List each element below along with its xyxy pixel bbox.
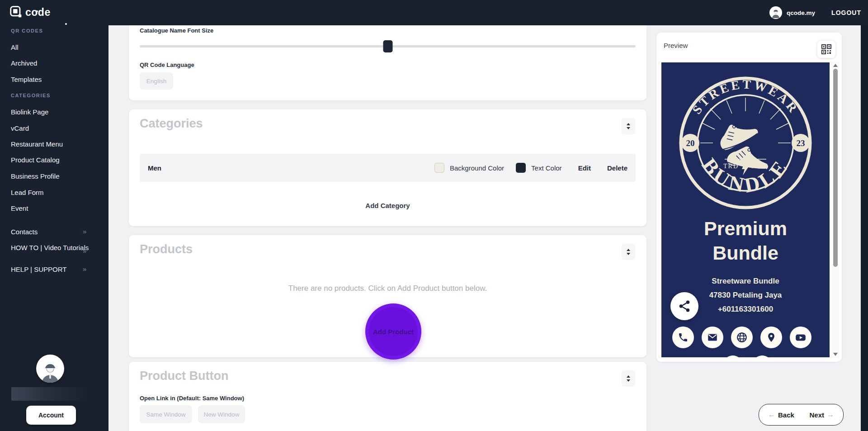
email-link[interactable] — [702, 327, 723, 348]
sidebar-item-business-profile[interactable]: Business Profile — [11, 172, 97, 180]
account-avatar[interactable] — [36, 355, 64, 383]
qr-code-button[interactable] — [817, 41, 835, 58]
back-label: Back — [778, 411, 794, 419]
next-label: Next — [809, 411, 824, 419]
brand-dot — [36, 10, 38, 12]
chevron-down-icon — [627, 253, 630, 255]
sidebar-item-archived[interactable]: Archived — [11, 59, 97, 67]
language-label: QR Code Language — [140, 62, 194, 68]
add-product-label: Add Product — [373, 328, 414, 336]
sidebar-section-qr-codes: QR CODES — [11, 28, 43, 33]
edit-category-button[interactable]: Edit — [578, 164, 591, 172]
social-links-row — [672, 327, 811, 348]
double-chevron-icon[interactable]: » — [83, 227, 86, 235]
sidebar-item-product-catalog[interactable]: Product Catalog — [11, 156, 97, 164]
double-chevron-icon[interactable]: » — [83, 265, 86, 273]
user-avatar — [769, 6, 782, 19]
badge-year-right: 23 — [797, 138, 805, 148]
badge-year-left: 20 — [686, 138, 695, 148]
collapse-toggle[interactable] — [622, 118, 635, 134]
logout-button[interactable]: LOGOUT — [831, 9, 861, 16]
double-chevron-icon[interactable]: » — [83, 247, 86, 255]
person-icon — [770, 7, 781, 18]
account-button[interactable]: Account — [26, 406, 76, 425]
preview-scrollbar-thumb[interactable] — [833, 69, 838, 267]
categories-card: Categories Men Background Color Text Col… — [129, 109, 646, 226]
catalogue-heading-line1: Premium — [661, 216, 830, 241]
badge-mrk: MRK — [751, 163, 769, 170]
font-size-slider-thumb[interactable] — [383, 40, 392, 52]
text-color-label: Text Color — [531, 164, 562, 172]
font-size-slider[interactable] — [140, 45, 636, 47]
scrolled-circle-peek — [752, 355, 772, 357]
same-window-button[interactable]: Same Window — [140, 405, 192, 423]
sidebar-item-biolink-page[interactable]: Biolink Page — [11, 108, 97, 116]
products-empty-text: There are no products. Click on Add Prod… — [129, 284, 646, 293]
sidebar: QR CODES All Archived Templates CATEGORI… — [0, 0, 108, 431]
delete-category-button[interactable]: Delete — [607, 164, 627, 172]
chevron-up-icon — [627, 375, 630, 378]
qcode-logo-icon — [10, 6, 23, 19]
email-icon — [707, 332, 718, 343]
sidebar-gradient-strip — [11, 387, 86, 401]
phone-icon — [678, 332, 689, 343]
preview-panel: Preview — [656, 33, 842, 362]
brand-dot — [65, 23, 67, 25]
back-button[interactable]: ← Back — [768, 411, 794, 419]
phone-link[interactable] — [672, 327, 694, 348]
chevron-up-icon — [627, 123, 630, 125]
chevron-up-icon — [627, 249, 630, 251]
next-button[interactable]: Next → — [809, 411, 834, 419]
info-name: Streetware Bundle — [661, 274, 830, 288]
sidebar-item-lead-form[interactable]: Lead Form — [11, 189, 97, 196]
preview-phone: STREETWEAR BUNDLE — [661, 62, 830, 357]
open-link-label: Open Link in (Default: Same Window) — [140, 395, 244, 402]
preview-scrollbar[interactable] — [832, 62, 839, 357]
qcode-logo[interactable]: code — [10, 6, 51, 19]
location-icon — [766, 332, 777, 343]
streetwear-badge-logo: STREETWEAR BUNDLE — [678, 75, 813, 211]
sidebar-section-categories: CATEGORIES — [11, 93, 51, 98]
website-link[interactable] — [731, 327, 753, 348]
wizard-nav: ← Back Next → — [759, 404, 844, 426]
chevron-down-icon — [627, 127, 630, 129]
sidebar-item-vcard[interactable]: vCard — [11, 124, 97, 132]
youtube-icon — [795, 332, 807, 343]
add-category-button[interactable]: Add Category — [129, 202, 646, 209]
collapse-toggle[interactable] — [622, 244, 635, 260]
sidebar-item-restaurant-menu[interactable]: Restaurant Menu — [11, 140, 97, 148]
preview-title: Preview — [664, 42, 688, 49]
qr-code-icon — [821, 44, 831, 54]
scroll-up-arrow-icon[interactable] — [833, 64, 838, 67]
catalogue-heading: Premium Bundle — [661, 216, 830, 265]
font-size-label: Catalogue Name Font Size — [140, 27, 213, 34]
sidebar-item-all[interactable]: All — [11, 43, 97, 51]
share-button[interactable] — [670, 292, 698, 320]
sidebar-item-event[interactable]: Event — [11, 204, 97, 212]
main-content: Catalogue Name Font Size QR Code Languag… — [108, 25, 861, 431]
share-icon — [678, 299, 691, 313]
streetwear-badge: STREETWEAR BUNDLE — [678, 75, 813, 211]
add-product-button[interactable]: Add Product — [365, 303, 421, 360]
user-menu[interactable]: qcode.my — [769, 6, 815, 19]
app-window: QR CODES All Archived Templates CATEGORI… — [0, 0, 868, 431]
globe-icon — [736, 332, 748, 343]
collapse-toggle[interactable] — [622, 370, 635, 387]
next-arrow-icon: → — [827, 411, 834, 419]
chevron-down-icon — [627, 379, 630, 382]
background-color-swatch[interactable] — [434, 163, 444, 173]
badge-trd: TRD — [723, 163, 739, 170]
text-color-swatch[interactable] — [516, 163, 526, 173]
back-arrow-icon: ← — [768, 411, 775, 419]
product-button-card: Product Button Open Link in (Default: Sa… — [129, 362, 646, 431]
new-window-button[interactable]: New Window — [198, 405, 245, 423]
product-button-title: Product Button — [140, 369, 228, 383]
topbar: code qcode.my LOGOUT — [0, 0, 868, 25]
youtube-link[interactable] — [790, 327, 811, 348]
sidebar-item-templates[interactable]: Templates — [11, 76, 97, 83]
language-english-button[interactable]: English — [140, 72, 173, 90]
location-link[interactable] — [760, 327, 782, 348]
scroll-down-arrow-icon[interactable] — [833, 353, 838, 356]
category-name: Men — [148, 164, 161, 172]
settings-card: Catalogue Name Font Size QR Code Languag… — [129, 25, 646, 100]
